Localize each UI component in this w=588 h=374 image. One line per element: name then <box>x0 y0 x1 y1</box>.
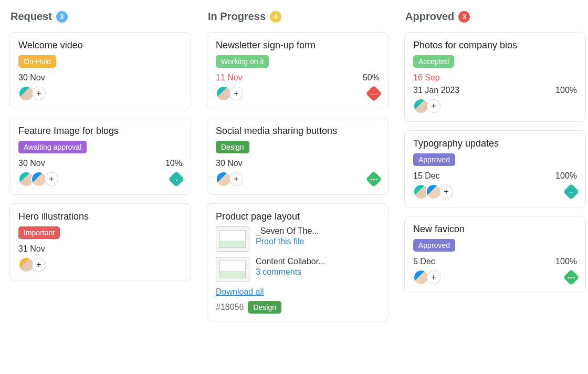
card-date: 5 Dec <box>413 257 435 266</box>
status-tag: Approved <box>413 153 455 166</box>
card-percent: 100% <box>555 257 577 266</box>
card-percent: 50% <box>363 73 380 82</box>
add-assignee-button[interactable]: + <box>32 87 46 100</box>
card-date: 15 Dec <box>413 171 440 181</box>
avatars: + <box>18 86 46 101</box>
task-card[interactable]: Welcome video On-Hold 30 Nov + <box>9 32 191 109</box>
attachment: Content Collabor... 3 comments <box>216 257 380 282</box>
task-card[interactable]: Product page layout _Seven Of The... Pro… <box>207 203 388 321</box>
task-card[interactable]: Newsletter sign-up form Working on it 11… <box>207 32 388 109</box>
attachment: _Seven Of The... Proof this file <box>216 226 380 252</box>
card-date: 30 Nov <box>216 159 243 168</box>
attachment-thumbnail[interactable] <box>216 257 249 282</box>
attachment-name: _Seven Of The... <box>256 226 319 236</box>
card-title: Newsletter sign-up form <box>216 40 380 51</box>
kanban-board: Request 3 Welcome video On-Hold 30 Nov +… <box>9 11 579 330</box>
card-date: 11 Nov <box>216 73 243 82</box>
card-percent: 10% <box>165 159 182 168</box>
task-card[interactable]: Photos for company bios Accepted 16 Sep … <box>404 32 586 122</box>
card-percent: 100% <box>555 171 577 181</box>
avatars: + <box>413 98 440 114</box>
download-all-link[interactable]: Download all <box>216 287 264 297</box>
card-title: Photos for company bios <box>413 40 577 51</box>
status-tag: Design <box>216 141 249 153</box>
card-date: 30 Nov <box>18 159 45 168</box>
card-title: Welcome video <box>18 40 182 51</box>
attachment-thumbnail[interactable] <box>216 226 249 252</box>
attachment-action-link[interactable]: Proof this file <box>256 237 319 246</box>
task-id: #18056 <box>216 303 244 312</box>
avatars: + <box>413 269 440 285</box>
priority-icon[interactable] <box>365 171 382 187</box>
add-assignee-button[interactable]: + <box>439 185 453 199</box>
add-assignee-button[interactable]: + <box>45 172 58 186</box>
column-count-badge: 4 <box>270 11 281 23</box>
column-header: Request 3 <box>9 11 191 23</box>
add-assignee-button[interactable]: + <box>32 258 46 272</box>
attachment-name: Content Collabor... <box>256 257 326 266</box>
card-title: Hero illustrations <box>18 211 182 222</box>
avatars: + <box>413 184 453 200</box>
card-percent: 100% <box>555 86 577 95</box>
task-card[interactable]: New favicon Approved 5 Dec 100% + <box>404 216 586 293</box>
avatars: + <box>216 171 243 187</box>
card-title: Typography updates <box>413 138 577 149</box>
column-header: In Progress 4 <box>207 11 388 23</box>
column-count-badge: 3 <box>56 11 68 23</box>
attachment-action-link[interactable]: 3 comments <box>256 267 326 277</box>
priority-icon[interactable]: ⌄ <box>563 183 579 200</box>
priority-icon[interactable] <box>563 269 579 285</box>
column-title: Approved <box>405 11 454 23</box>
column-title: In Progress <box>208 11 266 23</box>
column-request: Request 3 Welcome video On-Hold 30 Nov +… <box>9 11 191 330</box>
task-card[interactable]: Typography updates Approved 15 Dec 100% … <box>404 130 586 207</box>
priority-icon[interactable]: ⌄ <box>168 171 184 187</box>
task-card[interactable]: Hero illustrations Important 31 Nov + <box>9 203 191 280</box>
card-date: 31 Nov <box>18 244 45 254</box>
column-title: Request <box>10 11 52 23</box>
priority-icon[interactable]: ︿︿ <box>365 85 382 101</box>
card-title: Product page layout <box>216 211 380 222</box>
card-date: 30 Nov <box>18 73 45 82</box>
task-card[interactable]: Feature Image for blogs Awaiting approva… <box>9 118 191 195</box>
status-tag: Awaiting approval <box>18 141 87 153</box>
add-assignee-button[interactable]: + <box>229 87 243 100</box>
status-tag: Working on it <box>216 55 269 68</box>
card-title: New favicon <box>413 224 577 235</box>
avatars: + <box>216 86 243 101</box>
card-date-secondary: 31 Jan 2023 <box>413 86 459 95</box>
column-approved: Approved 3 Photos for company bios Accep… <box>404 11 586 330</box>
column-count-badge: 3 <box>458 11 470 23</box>
status-tag: Accepted <box>413 55 454 68</box>
task-card[interactable]: Social media sharing buttons Design 30 N… <box>207 118 388 195</box>
status-tag: Design <box>248 301 281 314</box>
avatars: + <box>18 257 46 273</box>
status-tag: On-Hold <box>18 55 56 68</box>
add-assignee-button[interactable]: + <box>427 271 440 284</box>
add-assignee-button[interactable]: + <box>427 99 440 113</box>
add-assignee-button[interactable]: + <box>229 172 243 186</box>
column-in-progress: In Progress 4 Newsletter sign-up form Wo… <box>207 11 388 330</box>
column-header: Approved 3 <box>404 11 586 23</box>
status-tag: Approved <box>413 239 455 252</box>
status-tag: Important <box>18 226 60 239</box>
card-title: Social media sharing buttons <box>216 126 380 137</box>
avatars: + <box>18 171 58 187</box>
card-date: 16 Sep <box>413 73 440 82</box>
card-title: Feature Image for blogs <box>18 126 182 137</box>
